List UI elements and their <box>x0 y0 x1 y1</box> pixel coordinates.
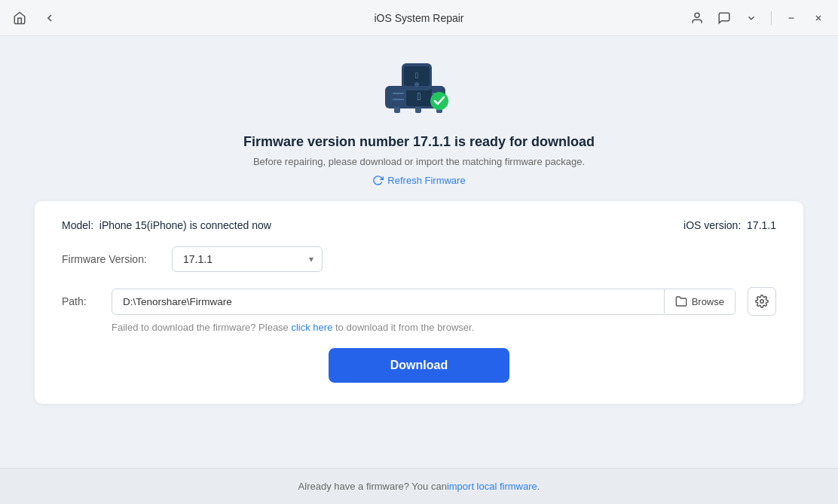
hero-subtitle: Before repairing, please download or imp… <box>253 156 585 167</box>
browse-label: Browse <box>692 296 724 307</box>
svg-rect-12 <box>415 107 421 113</box>
firmware-select-wrapper: 17.1.1 17.1.0 17.0.3 17.0.2 ▾ <box>172 246 323 272</box>
device-icon:   <box>378 54 460 122</box>
user-icon[interactable] <box>687 8 708 29</box>
titlebar-left <box>9 8 60 29</box>
svg-point-0 <box>695 13 699 17</box>
model-label: Model: <box>62 219 93 231</box>
svg-point-19 <box>760 300 764 304</box>
main-card: Model: iPhone 15(iPhone) is connected no… <box>35 201 803 404</box>
close-button[interactable] <box>808 8 829 29</box>
footer: Already have a firmware? You can import … <box>0 468 838 504</box>
back-icon[interactable] <box>39 8 60 29</box>
path-row: Path: Browse <box>62 287 776 316</box>
footer-text-suffix: . <box>537 481 540 492</box>
dropdown-icon[interactable] <box>741 8 762 29</box>
titlebar: iOS System Repair <box>0 0 838 36</box>
refresh-firmware-link[interactable]: Refresh Firmware <box>372 175 465 186</box>
model-info: Model: iPhone 15(iPhone) is connected no… <box>62 219 271 231</box>
svg-text::  <box>417 90 421 102</box>
import-firmware-link[interactable]: import local firmware <box>447 481 537 492</box>
path-input-wrapper: Browse <box>112 289 736 315</box>
settings-button[interactable] <box>748 287 776 316</box>
firmware-label: Firmware Version: <box>62 253 160 265</box>
help-text-after: to download it from the browser. <box>332 322 474 333</box>
hero-section:   Firmware version number 17.1.1 is re… <box>243 54 595 186</box>
svg-rect-11 <box>394 107 400 113</box>
titlebar-right <box>687 8 829 29</box>
download-button[interactable]: Download <box>329 348 509 383</box>
main-content:   Firmware version number 17.1.1 is re… <box>0 36 838 468</box>
path-input[interactable] <box>112 289 664 314</box>
footer-text: Already have a firmware? You can <box>298 481 447 492</box>
info-row: Model: iPhone 15(iPhone) is connected no… <box>62 219 776 231</box>
help-click-here-link[interactable]: click here <box>291 322 332 333</box>
svg-point-17 <box>414 82 419 87</box>
ios-label: iOS version: <box>684 219 741 231</box>
browse-button[interactable]: Browse <box>664 289 735 313</box>
home-icon[interactable] <box>9 8 30 29</box>
model-value: iPhone 15(iPhone) is connected now <box>99 219 271 231</box>
window-title: iOS System Repair <box>374 12 463 24</box>
chat-icon[interactable] <box>714 8 735 29</box>
svg-text::  <box>415 71 418 80</box>
refresh-label: Refresh Firmware <box>387 175 465 186</box>
titlebar-divider <box>771 11 772 25</box>
minimize-button[interactable] <box>781 8 802 29</box>
help-text: Failed to download the firmware? Please … <box>62 322 776 333</box>
hero-title: Firmware version number 17.1.1 is ready … <box>243 134 595 150</box>
firmware-row: Firmware Version: 17.1.1 17.1.0 17.0.3 1… <box>62 246 776 272</box>
path-label: Path: <box>62 295 99 307</box>
help-text-before: Failed to download the firmware? Please <box>112 322 291 333</box>
ios-info: iOS version: 17.1.1 <box>684 219 776 231</box>
ios-value: 17.1.1 <box>747 219 776 231</box>
firmware-select[interactable]: 17.1.1 17.1.0 17.0.3 17.0.2 <box>172 246 323 272</box>
